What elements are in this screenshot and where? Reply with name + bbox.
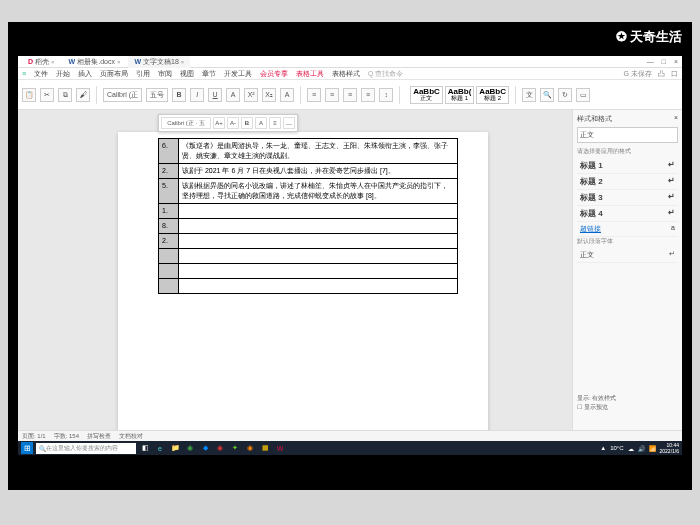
tab-doc1[interactable]: W相册集.docx× xyxy=(63,56,127,68)
mini-toolbar: Calibri (正 · 五 A+ A- B A ≡ ⋯ xyxy=(158,114,298,132)
style-heading1[interactable]: 标题 1↵ xyxy=(577,158,678,174)
page[interactable]: 6.《叛逆者》是由周游执导，朱一龙、童瑶、王志文、王阳、朱珠领衔主演，李强、张子… xyxy=(118,132,488,430)
weather[interactable]: 10°C xyxy=(610,445,623,451)
maximize-button[interactable]: □ xyxy=(662,58,666,65)
menu-table-style[interactable]: 表格样式 xyxy=(332,69,360,79)
app-icon[interactable]: ▦ xyxy=(259,442,271,454)
strike-button[interactable]: A xyxy=(226,88,240,102)
ft-more[interactable]: ⋯ xyxy=(283,117,295,129)
table-row: 8. xyxy=(159,219,458,234)
menu-review[interactable]: 审阅 xyxy=(158,69,172,79)
menu-view[interactable]: 视图 xyxy=(180,69,194,79)
replace-button[interactable]: ↻ xyxy=(558,88,572,102)
select-button[interactable]: ▭ xyxy=(576,88,590,102)
watermark-logo: 天奇生活 xyxy=(616,28,682,46)
document-area[interactable]: Calibri (正 · 五 A+ A- B A ≡ ⋯ 6.《叛逆者》是由周游… xyxy=(18,110,572,430)
menu-insert[interactable]: 插入 xyxy=(78,69,92,79)
menu-file[interactable]: 文件 xyxy=(34,69,48,79)
ft-color[interactable]: A xyxy=(255,117,267,129)
style-heading3[interactable]: 标题 3↵ xyxy=(577,190,678,206)
style-body[interactable]: 正文↵ xyxy=(577,248,678,263)
style-hyperlink[interactable]: 超链接a xyxy=(577,222,678,237)
close-button[interactable]: × xyxy=(674,58,678,65)
ft-bold[interactable]: B xyxy=(241,117,253,129)
ft-grow[interactable]: A+ xyxy=(213,117,225,129)
task-view-icon[interactable]: ◧ xyxy=(139,442,151,454)
line-spacing[interactable]: ↕ xyxy=(379,88,393,102)
style-gallery[interactable]: AaBbC正文 AaBb(标题 1 AaBbC标题 2 xyxy=(410,86,509,104)
align-left[interactable]: ≡ xyxy=(343,88,357,102)
app-icon[interactable]: ◆ xyxy=(199,442,211,454)
menu-chapter[interactable]: 章节 xyxy=(202,69,216,79)
tab-daoqiao[interactable]: D稻壳× xyxy=(22,56,61,68)
menu-search[interactable]: Q 查找命令 xyxy=(368,69,403,79)
tray-icon[interactable]: 📶 xyxy=(649,445,656,452)
menu-icon[interactable]: ≡ xyxy=(22,70,26,77)
menu-member[interactable]: 会员专享 xyxy=(260,69,288,79)
style-heading2[interactable]: 标题 2↵ xyxy=(577,174,678,190)
table-row xyxy=(159,279,458,294)
table-row: 2. xyxy=(159,234,458,249)
tray-icon[interactable]: ▲ xyxy=(600,445,606,451)
spell-check[interactable]: 拼写检查 xyxy=(87,432,111,441)
number-list[interactable]: ≡ xyxy=(325,88,339,102)
window-icon[interactable]: 口 xyxy=(671,69,678,79)
underline-button[interactable]: U xyxy=(208,88,222,102)
font-size[interactable]: 五号 xyxy=(146,88,168,102)
current-style-dropdown[interactable]: 正文 xyxy=(577,127,678,143)
app-icon[interactable]: ◉ xyxy=(214,442,226,454)
style-pane-button[interactable]: 文 xyxy=(522,88,536,102)
format-painter[interactable]: 🖌 xyxy=(76,88,90,102)
table-row xyxy=(159,249,458,264)
sub-button[interactable]: X₂ xyxy=(262,88,276,102)
italic-button[interactable]: I xyxy=(190,88,204,102)
menu-home[interactable]: 开始 xyxy=(56,69,70,79)
bold-button[interactable]: B xyxy=(172,88,186,102)
app-icon[interactable]: ◉ xyxy=(184,442,196,454)
show-preview-checkbox[interactable]: ☐ 显示预览 xyxy=(577,403,616,412)
menu-layout[interactable]: 页面布局 xyxy=(100,69,128,79)
word-count[interactable]: 字数: 154 xyxy=(54,432,79,441)
app-icon[interactable]: ✦ xyxy=(229,442,241,454)
edge-icon[interactable]: e xyxy=(154,442,166,454)
tray-icon[interactable]: ☁ xyxy=(628,445,634,452)
minimize-button[interactable]: — xyxy=(647,58,654,65)
share-icon[interactable]: 凸 xyxy=(658,69,665,79)
close-icon[interactable]: × xyxy=(51,59,55,65)
table-row: 5.该剧根据畀愚的同名小说改编，讲述了林楠笙、朱怡贞等人在中国共产党员的指引下，… xyxy=(159,179,458,204)
close-icon[interactable]: × xyxy=(117,59,121,65)
taskbar-search[interactable]: 🔍 在这里输入你要搜索的内容 xyxy=(36,443,136,454)
panel-close-icon[interactable]: × xyxy=(674,114,678,124)
style-heading4[interactable]: 标题 4↵ xyxy=(577,206,678,222)
tab-doc2[interactable]: W文字文稿18× xyxy=(128,56,190,68)
menubar: ≡ 文件 开始 插入 页面布局 引用 审阅 视图 章节 开发工具 会员专享 表格… xyxy=(18,68,682,80)
content-table[interactable]: 6.《叛逆者》是由周游执导，朱一龙、童瑶、王志文、王阳、朱珠领衔主演，李强、张子… xyxy=(158,138,458,294)
find-button[interactable]: 🔍 xyxy=(540,88,554,102)
bullet-list[interactable]: ≡ xyxy=(307,88,321,102)
paste-button[interactable]: 📋 xyxy=(22,88,36,102)
cut-button[interactable]: ✂ xyxy=(40,88,54,102)
table-row: 1. xyxy=(159,204,458,219)
highlight-button[interactable]: X² xyxy=(244,88,258,102)
font-name[interactable]: Calibri (正 xyxy=(103,88,142,102)
font-color[interactable]: A xyxy=(280,88,294,102)
copy-button[interactable]: ⧉ xyxy=(58,88,72,102)
tray-icon[interactable]: 🔊 xyxy=(638,445,645,452)
doc-check[interactable]: 文档校对 xyxy=(119,432,143,441)
ft-list[interactable]: ≡ xyxy=(269,117,281,129)
app-icon[interactable]: ◉ xyxy=(244,442,256,454)
clock[interactable]: 10:442022/1/6 xyxy=(660,442,679,454)
ft-shrink[interactable]: A- xyxy=(227,117,239,129)
start-button[interactable]: ⊞ xyxy=(21,442,33,454)
align-center[interactable]: ≡ xyxy=(361,88,375,102)
page-indicator[interactable]: 页面: 1/1 xyxy=(22,432,46,441)
menu-table-tools[interactable]: 表格工具 xyxy=(296,69,324,79)
menu-dev[interactable]: 开发工具 xyxy=(224,69,252,79)
save-status[interactable]: G 未保存 xyxy=(624,69,652,79)
ft-font[interactable]: Calibri (正 · 五 xyxy=(161,117,211,129)
menu-ref[interactable]: 引用 xyxy=(136,69,150,79)
wps-icon[interactable]: W xyxy=(274,442,286,454)
close-icon[interactable]: × xyxy=(181,59,185,65)
show-filter[interactable]: 显示: 有效样式 xyxy=(577,394,616,403)
explorer-icon[interactable]: 📁 xyxy=(169,442,181,454)
